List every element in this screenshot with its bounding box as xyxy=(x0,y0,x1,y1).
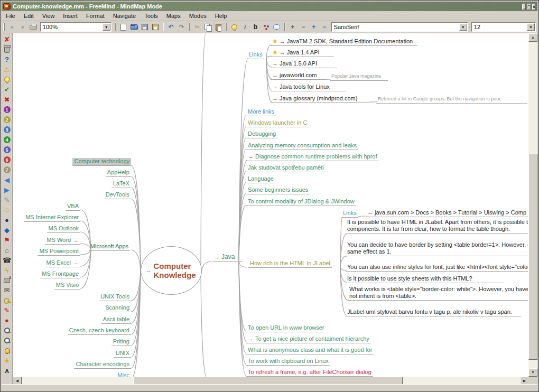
node-czech-keyboard[interactable]: Czech, czech keyboard xyxy=(68,327,131,335)
stop-icon[interactable]: ● xyxy=(2,315,12,325)
node-ms-outlook[interactable]: MS Outlook xyxy=(47,225,80,233)
node-debugging[interactable]: Debugging xyxy=(246,130,277,138)
help-icon[interactable]: ? xyxy=(2,54,12,64)
node-java-glossary[interactable]: →Java glossary (mindprod.com) xyxy=(271,95,369,103)
node-links-2[interactable]: Links xyxy=(341,210,358,218)
menu-help[interactable]: Help xyxy=(211,12,231,21)
node-jak-studovat[interactable]: Jak studovat spotřebu paměti xyxy=(246,164,326,172)
chevron-down-icon[interactable]: ▼ xyxy=(459,23,467,31)
node-ms-internet-explorer[interactable]: MS Internet Explorer xyxy=(24,214,80,222)
minimize-button[interactable]: _ xyxy=(522,4,526,10)
node-javaworld[interactable]: →javaworld.com xyxy=(271,72,326,80)
node-html-jlabel-note[interactable]: It is possible to have HTML in JLabel. A… xyxy=(346,219,528,234)
node-jlabel-umi-note[interactable]: JLabel umí stylovat barvu fontu v tagu p… xyxy=(346,309,521,316)
node-beginners-issues[interactable]: Some beginners issues xyxy=(246,186,310,194)
paste-icon[interactable] xyxy=(214,22,224,32)
node-microsoft-apps[interactable]: Microsoft Apps xyxy=(89,243,130,251)
node-refresh-frame[interactable]: To refresh a frame, e.g. after FileChoos… xyxy=(246,369,373,377)
forward-arrow-icon[interactable]: ▶ xyxy=(2,185,12,195)
node-referred[interactable]: Referred a lot in Google groups. But the… xyxy=(376,96,527,104)
priority-6-icon[interactable]: 6 xyxy=(2,155,12,165)
new-map-icon[interactable] xyxy=(119,22,128,32)
node-ms-frontpage[interactable]: MS Frontpage xyxy=(40,270,80,278)
clock-icon[interactable]: ʌ xyxy=(2,366,12,376)
menu-modes[interactable]: Modes xyxy=(185,12,211,21)
node-language[interactable]: Language xyxy=(246,175,275,183)
phone-icon[interactable]: ☎ xyxy=(2,255,12,265)
node-javasun-path[interactable]: →java.sun.com > Docs > Books > Tutorial … xyxy=(366,209,529,217)
scroll-down-button[interactable]: ▼ xyxy=(528,368,537,377)
nav-forward-icon[interactable]: ● xyxy=(18,22,27,32)
remove-icon-icon[interactable]: ✘ xyxy=(2,34,12,44)
size-select[interactable]: 12▼ xyxy=(471,22,536,32)
bold-icon[interactable]: b xyxy=(251,22,261,32)
node-anonymous-class[interactable]: What is anonymous class and what it is g… xyxy=(246,347,374,354)
node-diagnose-hprof[interactable]: →Diagnose common runtime problems with h… xyxy=(246,153,379,161)
mail-icon[interactable]: ✉ xyxy=(2,285,12,295)
bell-icon[interactable] xyxy=(2,346,12,356)
home-icon[interactable]: ⌂ xyxy=(2,245,12,255)
node-containment[interactable]: →To get a nice picture of contaiment hie… xyxy=(246,335,371,343)
node-links[interactable]: Links xyxy=(247,51,264,59)
not-icon[interactable]: ✖ xyxy=(2,95,12,105)
star-icon[interactable]: ★ xyxy=(2,356,12,366)
italic-icon[interactable]: i xyxy=(240,22,250,32)
zoom-out-icon[interactable]: − xyxy=(320,22,329,32)
node-border-color-note[interactable]: What works is <table style="border-color… xyxy=(348,286,528,301)
close-button[interactable]: × xyxy=(532,4,536,10)
chevron-down-icon[interactable]: ▼ xyxy=(527,23,535,31)
menu-insert[interactable]: Insert xyxy=(59,12,82,21)
find-icon[interactable] xyxy=(2,335,12,346)
new-node-icon[interactable] xyxy=(230,22,239,32)
node-devtools[interactable]: DevTools xyxy=(104,191,131,199)
maximize-button[interactable]: □ xyxy=(527,4,531,10)
node-ascii-table[interactable]: Ascii table xyxy=(101,316,131,324)
zoom-select[interactable]: 100%▼ xyxy=(40,22,111,32)
node-analyzing-memory[interactable]: Analyzing memory consumption and leaks xyxy=(246,142,358,150)
chevron-down-icon[interactable]: ▼ xyxy=(103,23,110,31)
save-as-icon[interactable] xyxy=(151,22,160,32)
vertical-scrollbar[interactable] xyxy=(528,33,537,377)
cut-icon[interactable]: ✂ xyxy=(193,22,202,32)
menu-format[interactable]: Format xyxy=(82,12,109,21)
vertical-scroll-thumb[interactable] xyxy=(528,154,537,360)
menu-maps[interactable]: Maps xyxy=(162,12,185,21)
trash-icon[interactable] xyxy=(2,44,12,54)
node-ms-excel[interactable]: MS Excel→ xyxy=(45,259,80,267)
lightning-icon[interactable]: ϟ xyxy=(2,265,12,275)
node-ms-powerpoint[interactable]: MS Powerpoint xyxy=(38,248,80,256)
root-node[interactable]: → Computer Knowledge xyxy=(141,246,202,295)
node-character-encodings[interactable]: Character encodings xyxy=(74,361,131,369)
node-java14-api[interactable]: ★→Java 1.4 API xyxy=(271,49,334,57)
print-icon[interactable] xyxy=(29,22,38,32)
bookmark-icon[interactable]: ◆ xyxy=(2,225,12,235)
node-unix[interactable]: UNIX xyxy=(114,350,131,358)
node-misc[interactable]: Misc xyxy=(116,372,131,377)
node-inline-styles-note[interactable]: You can also use inline styles for font,… xyxy=(346,264,528,272)
mindmap-canvas[interactable]: →JavaLinks★→JavaTM 2 SDK, Standard Editi… xyxy=(13,33,529,377)
zoom-in-icon[interactable]: + xyxy=(309,22,319,32)
priority-7-icon[interactable]: 7 xyxy=(2,165,12,175)
menu-tools[interactable]: Tools xyxy=(140,12,162,21)
node-clipboard-linux[interactable]: To work with clipboard on Linux xyxy=(246,358,330,366)
node-more-links[interactable]: More links xyxy=(246,108,276,116)
attach-icon[interactable]: ✎ xyxy=(2,195,12,205)
menu-navigate[interactable]: Navigate xyxy=(109,12,140,21)
idea-icon[interactable] xyxy=(2,74,12,85)
yes-icon[interactable]: ✔ xyxy=(2,85,12,95)
decrease-font-icon[interactable]: − xyxy=(299,22,308,32)
node-ms-word[interactable]: MS Word→ xyxy=(45,237,80,245)
menu-file[interactable]: File xyxy=(2,12,20,21)
bubble-style-icon[interactable] xyxy=(272,22,282,32)
nav-back-icon[interactable]: ● xyxy=(7,22,17,32)
priority-3-icon[interactable]: 3 xyxy=(2,125,12,135)
pen-icon[interactable]: ✎ xyxy=(2,305,12,315)
ball-icon[interactable]: ● xyxy=(2,215,12,225)
node-apphelp[interactable]: AppHelp xyxy=(106,169,131,177)
menu-edit[interactable]: Edit xyxy=(20,12,38,21)
priority-5-icon[interactable]: 5 xyxy=(2,145,12,155)
mailbox-icon[interactable] xyxy=(2,275,12,285)
node-windows-launcher[interactable]: Windows launcher in C xyxy=(246,119,309,127)
node-javatm-sdk[interactable]: ★→JavaTM 2 SDK, Standard Edition Documen… xyxy=(271,38,417,46)
node-ms-visio[interactable]: MS Visio xyxy=(54,282,80,290)
